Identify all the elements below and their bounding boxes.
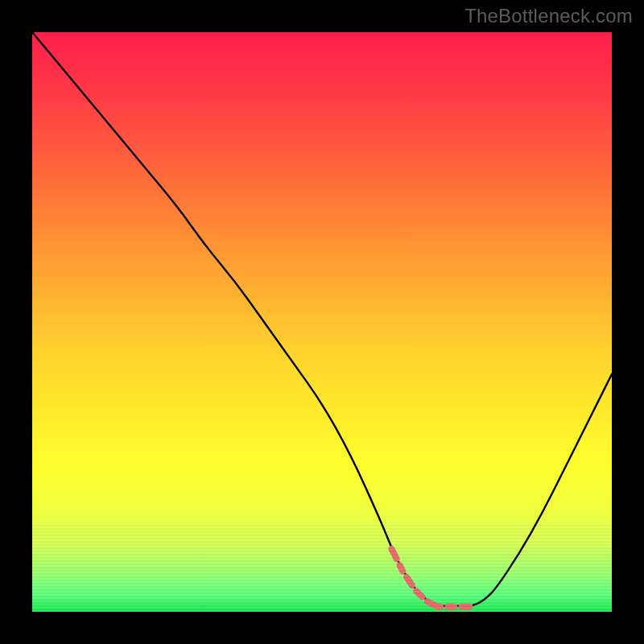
watermark-label: TheBottleneck.com [464, 5, 633, 27]
chart-container: TheBottleneck.com [0, 0, 644, 644]
bottleneck-curve [32, 32, 612, 606]
trough-dash [391, 549, 496, 607]
plot-area [32, 32, 612, 612]
curve-svg [32, 32, 612, 612]
